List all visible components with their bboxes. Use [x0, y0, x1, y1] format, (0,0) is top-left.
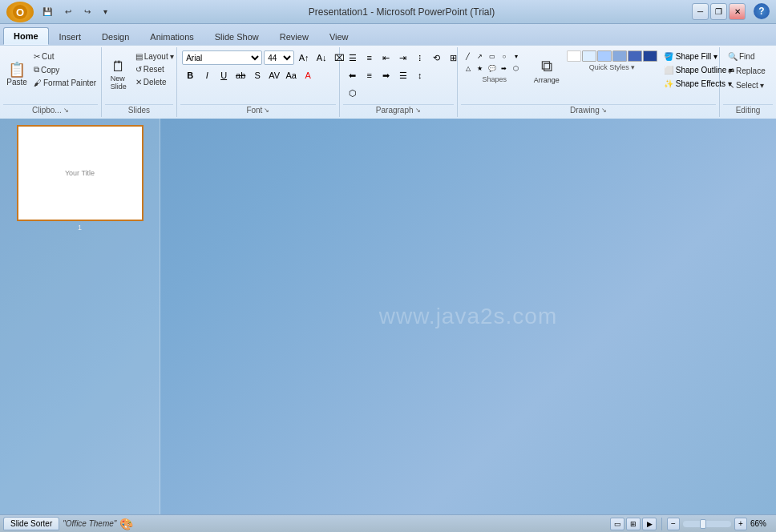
columns-btn[interactable]: ⫶ [412, 50, 428, 65]
align-left-btn[interactable]: ⬅ [345, 68, 361, 83]
layout-button[interactable]: ▤ Layout ▾ [132, 50, 178, 62]
line-spacing-btn[interactable]: ↕ [412, 68, 428, 83]
paste-button[interactable]: 📋 Paste [5, 50, 29, 99]
watermark: www.java2s.com [379, 304, 558, 329]
reset-button[interactable]: ↺ Reset [132, 63, 178, 75]
redo-quick-btn[interactable]: ↪ [80, 5, 95, 18]
shape-rect[interactable]: ▭ [487, 50, 498, 62]
zoom-slider-area[interactable] [683, 521, 731, 527]
find-button[interactable]: 🔍 Find [725, 50, 758, 62]
group-paragraph: ☰ ≡ ⇤ ⇥ ⫶ ⟲ ⊞ ⬅ ≡ ➡ ☰ ↕ ⬡ [340, 47, 458, 117]
font-size-select[interactable]: 44 12 24 36 [264, 50, 294, 65]
save-quick-btn[interactable]: 💾 [38, 5, 56, 18]
convert-to-smartart-btn[interactable]: ⬡ [345, 86, 361, 100]
font-size-increase-btn[interactable]: A↑ [296, 50, 312, 65]
justify-btn[interactable]: ☰ [395, 68, 411, 83]
zoom-controls: − + 66% [667, 518, 773, 530]
change-case-btn[interactable]: Aa [283, 68, 299, 83]
help-btn[interactable]: ? [754, 3, 770, 19]
decrease-indent-btn[interactable]: ⇤ [378, 50, 394, 65]
qs-cell-1[interactable] [567, 50, 581, 62]
shadow-btn[interactable]: S [249, 68, 265, 83]
italic-btn[interactable]: I [199, 68, 215, 83]
shape-arrow[interactable]: ↗ [475, 50, 486, 62]
slide-sorter-tab[interactable]: Slide Sorter [3, 517, 59, 530]
new-slide-button[interactable]: 🗒 NewSlide [107, 50, 131, 99]
align-right-btn[interactable]: ➡ [378, 68, 394, 83]
underline-btn[interactable]: U [216, 68, 232, 83]
quick-styles-label: Quick Styles ▾ [589, 63, 635, 71]
customize-quick-btn[interactable]: ▾ [99, 5, 111, 18]
ribbon: Home Insert Design Animations Slide Show… [0, 24, 776, 120]
qs-cell-5[interactable] [628, 50, 642, 62]
quick-styles-area: Quick Styles ▾ [567, 50, 657, 71]
shape-flowchart[interactable]: ⬡ [511, 62, 522, 74]
restore-btn[interactable]: ❐ [710, 3, 727, 20]
cut-button[interactable]: ✂ Cut [30, 50, 99, 62]
undo-quick-btn[interactable]: ↩ [61, 5, 75, 18]
shape-star[interactable]: ★ [475, 62, 486, 74]
zoom-out-btn[interactable]: − [667, 518, 680, 530]
align-center-btn[interactable]: ≡ [362, 68, 378, 83]
quick-styles-arrow: ▾ [631, 63, 635, 71]
close-btn[interactable]: ✕ [729, 3, 746, 20]
arrange-button[interactable]: ⧉ Arrange [530, 50, 564, 91]
tab-review[interactable]: Review [269, 27, 319, 45]
char-spacing-btn[interactable]: AV [266, 68, 282, 83]
shape-line[interactable]: ╱ [463, 50, 474, 62]
qs-cell-3[interactable] [597, 50, 612, 62]
paragraph-expand-icon[interactable]: ↘ [415, 107, 421, 114]
strikethrough-btn[interactable]: ab [232, 68, 249, 83]
text-direction-btn[interactable]: ⟲ [429, 50, 445, 65]
shape-block-arrow[interactable]: ➡ [499, 62, 510, 74]
font-color-btn[interactable]: A [300, 68, 316, 83]
slide-small-btns: ▤ Layout ▾ ↺ Reset ✕ Delete [132, 50, 178, 88]
format-painter-button[interactable]: 🖌 Format Painter [30, 77, 99, 89]
slide-show-view-btn[interactable]: ▶ [642, 518, 657, 530]
shape-oval[interactable]: ○ [499, 50, 510, 62]
paste-icon: 📋 [8, 62, 26, 77]
qs-cell-4[interactable] [612, 50, 627, 62]
zoom-in-btn[interactable]: + [734, 518, 747, 530]
window-controls: ─ ❐ ✕ ? [692, 3, 770, 20]
tab-insert[interactable]: Insert [49, 27, 92, 45]
slide-thumbnail-1[interactable]: Your Title [17, 125, 143, 221]
numbering-btn[interactable]: ≡ [362, 50, 378, 65]
increase-indent-btn[interactable]: ⇥ [395, 50, 411, 65]
tab-slideshow[interactable]: Slide Show [204, 27, 269, 45]
office-button[interactable]: O [6, 2, 34, 22]
tab-bar: Home Insert Design Animations Slide Show… [0, 24, 776, 45]
slide-sorter-view-btn[interactable]: ⊞ [626, 518, 641, 530]
shape-callout[interactable]: 💬 [487, 62, 498, 74]
normal-view-btn[interactable]: ▭ [610, 518, 624, 530]
copy-button[interactable]: ⧉ Copy [30, 63, 99, 76]
shape-fill-icon: 🪣 [664, 52, 673, 61]
tab-design[interactable]: Design [91, 27, 139, 45]
tab-view[interactable]: View [319, 27, 359, 45]
minimize-btn[interactable]: ─ [692, 3, 709, 20]
font-family-select[interactable]: Arial Calibri Times New Roman [182, 50, 262, 65]
tab-home[interactable]: Home [3, 27, 49, 45]
font-label: Font ↘ [180, 104, 335, 115]
font-expand-icon[interactable]: ↘ [264, 107, 269, 114]
drawing-expand-icon[interactable]: ↘ [601, 107, 607, 114]
zoom-slider-thumb[interactable] [700, 519, 706, 529]
bullets-btn[interactable]: ☰ [345, 50, 361, 65]
shape-triangle[interactable]: △ [463, 62, 474, 74]
qs-cell-6[interactable] [643, 50, 657, 62]
qs-cell-2[interactable] [582, 50, 596, 62]
theme-icon[interactable]: 🎨 [119, 518, 133, 530]
font-size-decrease-btn[interactable]: A↓ [313, 50, 329, 65]
editing-content: 🔍 Find ⇄ Replace ↖ Select ▾ [723, 49, 773, 104]
find-icon: 🔍 [728, 52, 738, 61]
select-button[interactable]: ↖ Select ▾ [725, 79, 767, 91]
shapes-label: Shapes [483, 75, 507, 83]
bold-btn[interactable]: B [182, 68, 198, 83]
clipboard-expand-icon[interactable]: ↘ [63, 107, 69, 114]
para-row2: ⬅ ≡ ➡ ☰ ↕ [345, 68, 428, 83]
tab-animations[interactable]: Animations [139, 27, 204, 45]
delete-button[interactable]: ✕ Delete [132, 76, 178, 88]
shape-more[interactable]: ▾ [511, 50, 522, 62]
replace-button[interactable]: ⇄ Replace [725, 65, 769, 77]
status-bar: Slide Sorter "Office Theme" 🎨 ▭ ⊞ ▶ − + … [0, 514, 776, 532]
